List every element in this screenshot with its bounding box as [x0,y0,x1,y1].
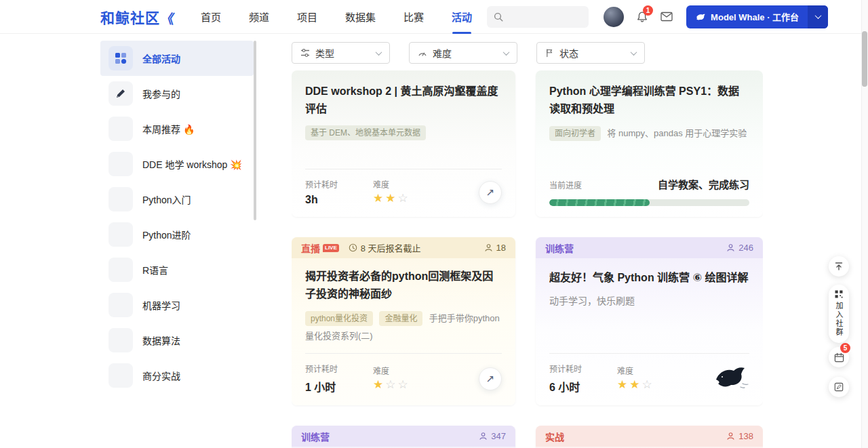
sidebar-item-label: Python入门 [142,192,191,206]
nav-item-datasets[interactable]: 数据集 [345,0,376,34]
person-icon [479,432,488,441]
nav-item-activities[interactable]: 活动 [452,0,472,34]
search-input[interactable] [507,12,582,22]
sidebar-item-weekly-picks[interactable]: 本周推荐 🔥 [100,111,254,146]
activity-card-psy-camp[interactable]: Python 心理学编程训练营 PSY1：数据读取和预处理 面向初学者 将 nu… [536,70,763,217]
card-tag: 基于 DEM、地貌基本单元数据 [305,125,426,140]
nav-item-channels[interactable]: 频道 [249,0,269,34]
activity-card-weather-camp[interactable]: 训练营 246 超友好！气象 Python 训练营 ⑥ 绘图详解 动手学习，快乐… [536,237,763,405]
estimated-time: 预计耗时 6 小时 [549,363,617,394]
participants-count: 138 [726,431,753,441]
difficulty-filter-select[interactable]: 难度 [409,42,517,64]
workspace-dropdown-caret[interactable] [808,5,828,28]
activity-card-partial-practice[interactable]: 实战 138 [536,426,763,448]
live-badge: LIVE [323,244,339,252]
join-community-label: 加入社群 [833,302,844,337]
participants-count: 347 [479,431,506,441]
sidebar-item-machine-learning[interactable]: 机器学习 [100,287,254,323]
logo-text: 和鲸社区 [100,7,160,27]
status-filter-select[interactable]: 状态 [536,42,645,64]
card-title[interactable]: Python 心理学编程训练营 PSY1：数据读取和预处理 [549,83,749,117]
card-desc: 将 numpy、pandas 用于心理学实验 [607,128,747,138]
participants-count: 18 [484,243,506,253]
grid-icon [108,46,133,70]
sidebar-item-python-basic[interactable]: Python入门 [100,182,254,217]
site-logo[interactable]: 和鲸社区 《 [100,7,175,27]
sidebar-item-label: Python进阶 [142,228,191,241]
search-box[interactable] [487,6,589,28]
notification-badge: 1 [643,5,653,16]
back-to-top-button[interactable] [829,256,849,277]
sidebar-item-my-participation[interactable]: 我参与的 [100,76,254,111]
sidebar-item-r-language[interactable]: R语言 [100,252,254,287]
estimated-time: 预计耗时 1 小时 [305,363,373,394]
main-content: 类型 难度 状态 DDE worksh [292,34,763,448]
search-icon [494,12,503,22]
placeholder-icon [108,222,133,247]
calendar-icon [834,352,844,363]
card-desc: 动手学习，快乐刷题 [549,293,749,307]
deadline: 8 天后报名截止 [349,241,421,254]
status-filter-label: 状态 [559,46,578,60]
card-title[interactable]: 超友好！气象 Python 训练营 ⑥ 绘图详解 [549,269,749,287]
sidebar-item-all-activities[interactable]: 全部活动 [100,41,254,76]
feedback-button[interactable] [829,377,849,397]
page: 和鲸社区 《 首页 频道 项目 数据集 比赛 活动 1 [0,0,868,448]
arrow-out-icon: ↗ [486,373,495,385]
clock-icon [349,243,357,252]
nav-item-home[interactable]: 首页 [201,0,221,34]
workspace-button[interactable]: Model Whale · 工作台 [686,5,828,28]
filter-bar: 类型 难度 状态 [292,42,763,64]
difficulty: 难度 ★★☆ [617,365,685,392]
sidebar-scrollbar[interactable] [254,41,256,220]
placeholder-icon [108,187,133,211]
mail-icon [660,12,673,22]
sidebar-item-data-algorithms[interactable]: 数据算法 [100,323,254,358]
sidebar-item-dde-workshop[interactable]: DDE 地学 workshop 💥 [100,146,254,182]
main-nav: 首页 频道 项目 数据集 比赛 活动 [201,0,472,34]
avatar[interactable] [604,7,624,27]
sidebar-item-label: 本周推荐 🔥 [142,122,195,136]
activity-calendar-button[interactable]: 5 [829,347,849,367]
notifications-button[interactable]: 1 [636,11,648,23]
messages-button[interactable] [660,12,673,22]
sidebar-item-python-advanced[interactable]: Python进阶 [100,217,254,252]
type-filter-label: 类型 [315,46,334,60]
estimated-time: 预计耗时 3h [305,178,373,206]
join-community-button[interactable]: 加入社群 [829,285,849,343]
sidebar-item-label: 全部活动 [142,52,180,65]
logo-mark-icon: 《 [160,7,176,27]
workspace-button-label: Model Whale · 工作台 [711,10,799,23]
activity-card-partial-camp[interactable]: 训练营 347 [292,426,515,448]
card-header: 训练营 347 [292,426,515,447]
activity-card-dde-workshop[interactable]: DDE workshop 2 | 黄土高原沟壑覆盖度评估 基于 DEM、地貌基本… [292,70,515,217]
arrow-out-icon: ↗ [486,186,495,199]
card-title[interactable]: 揭开投资者必备的python回测框架及因子投资的神秘面纱 [305,268,502,302]
card-header: 训练营 246 [536,237,763,258]
page-scrollbar-thumb[interactable] [862,31,867,87]
difficulty-filter-label: 难度 [433,46,452,60]
card-type-badge: 实战 [545,430,564,443]
placeholder-icon [108,152,133,176]
type-filter-select[interactable]: 类型 [292,42,390,64]
card-title[interactable]: DDE workshop 2 | 黄土高原沟壑覆盖度评估 [305,83,502,117]
activity-grid: DDE workshop 2 | 黄土高原沟壑覆盖度评估 基于 DEM、地貌基本… [292,70,763,448]
card-tag: 金融量化 [379,311,422,326]
gauge-icon [418,48,427,58]
chevron-down-icon [814,12,821,19]
open-activity-button[interactable]: ↗ [479,181,502,204]
feedback-icon [834,382,844,392]
progress-status: 自学教案、完成练习 [658,177,749,191]
whale-logo [713,365,749,393]
card-header: 实战 138 [536,426,763,447]
pen-icon [108,81,133,106]
nav-item-projects[interactable]: 项目 [297,0,317,34]
activity-card-quant-live[interactable]: 直播 LIVE 8 天后报名截止 18 [292,237,515,405]
open-activity-button[interactable]: ↗ [479,367,502,390]
top-arrow-icon [834,262,844,271]
sidebar-item-business-analytics[interactable]: 商分实战 [100,358,254,393]
page-scrollbar-track [861,0,868,448]
sidebar-item-label: 数据算法 [142,333,180,347]
card-type-badge: 训练营 [545,241,574,255]
nav-item-competitions[interactable]: 比赛 [403,0,424,34]
